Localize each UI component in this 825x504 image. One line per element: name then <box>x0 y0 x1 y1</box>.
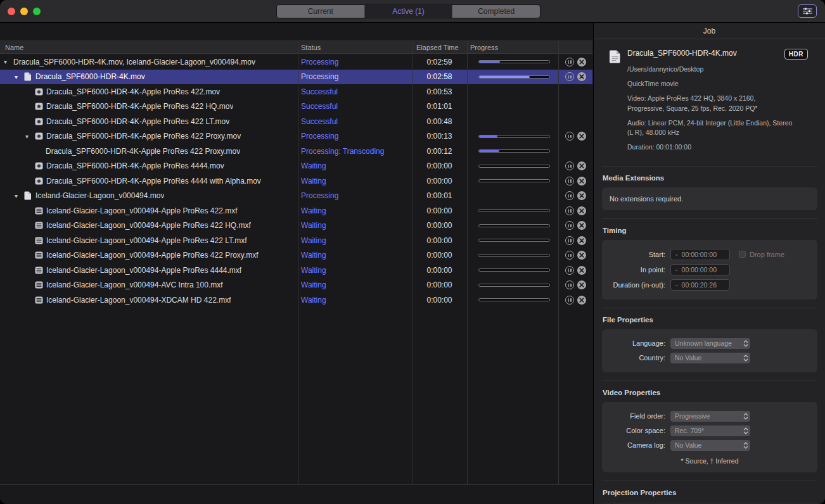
section-header-timing[interactable]: Timing <box>603 227 817 234</box>
table-row[interactable]: ▾Dracula_SPF6000-HDR-4K-Apple ProRes 444… <box>0 159 592 174</box>
table-row[interactable]: ▾Dracula_SPF6000-HDR-4K.mov, Iceland-Gla… <box>0 54 592 70</box>
section-header-file-properties[interactable]: File Properties <box>603 316 817 324</box>
pause-button[interactable] <box>565 72 574 81</box>
table-row[interactable]: ▾Dracula_SPF6000-HDR-4K-Apple ProRes 422… <box>0 99 592 115</box>
disclosure-triangle-icon[interactable]: ▾ <box>25 133 35 140</box>
column-header-progress[interactable]: Progress <box>470 41 498 53</box>
table-row[interactable]: ▾Dracula_SPF6000-HDR-4K-Apple ProRes 422… <box>0 114 592 129</box>
minimize-window-button[interactable] <box>20 8 28 15</box>
pause-button[interactable] <box>565 280 574 289</box>
pause-button[interactable] <box>565 132 574 141</box>
table-row[interactable]: ▾Iceland-Glacier-Lagoon_v000494-Apple Pr… <box>0 218 592 234</box>
pause-button[interactable] <box>565 191 574 200</box>
pause-button[interactable] <box>565 161 574 170</box>
section-header-projection-properties[interactable]: Projection Properties <box>602 482 817 503</box>
popup-value: No Value <box>675 354 701 362</box>
column-header-status[interactable]: Status <box>301 41 321 53</box>
disclosure-triangle-icon[interactable]: ▾ <box>15 73 24 80</box>
pause-button[interactable] <box>565 266 574 275</box>
table-row[interactable]: ▾Dracula_SPF6000-HDR-4K-Apple ProRes 422… <box>0 144 592 159</box>
table-row[interactable]: ▾Iceland-Glacier-Lagoon_v000494-Apple Pr… <box>0 203 592 218</box>
cancel-button[interactable] <box>577 72 586 81</box>
table-row[interactable]: ▾Dracula_SPF6000-HDR-4K-Apple ProRes 444… <box>0 173 592 189</box>
table-row[interactable]: ▾Iceland-Glacier-Lagoon_v000494.movProce… <box>0 189 592 204</box>
table-row[interactable]: ▾Dracula_SPF6000-HDR-4K-Apple ProRes 422… <box>0 84 592 99</box>
country-popup[interactable]: No Value <box>670 353 750 363</box>
tab-current[interactable]: Current <box>277 5 365 18</box>
cancel-button[interactable] <box>577 191 586 200</box>
progress-cell <box>467 233 558 248</box>
name-cell: ▾Dracula_SPF6000-HDR-4K-Apple ProRes 422… <box>0 114 298 129</box>
cancel-button[interactable] <box>577 236 586 245</box>
drop-frame-checkbox[interactable]: Drop frame <box>739 251 784 258</box>
cancel-button[interactable] <box>577 161 586 170</box>
pause-button[interactable] <box>565 177 574 186</box>
start-timecode-field[interactable]: ⌄ 00:00:00:00 <box>670 249 730 260</box>
close-window-button[interactable] <box>8 8 15 15</box>
compressor-window: CurrentActive (1)Completed Name Status E… <box>0 0 825 504</box>
in-point-timecode-field[interactable]: ⌄ 00:00:00:00 <box>670 264 730 275</box>
zoom-window-button[interactable] <box>33 8 41 15</box>
disclosure-triangle-icon[interactable]: ▾ <box>4 58 13 65</box>
cancel-button[interactable] <box>577 280 586 289</box>
pause-button[interactable] <box>565 206 574 215</box>
table-row[interactable]: ▾Iceland-Glacier-Lagoon_v000494-XDCAM HD… <box>0 293 592 308</box>
camera-log-popup[interactable]: No Value <box>670 440 750 451</box>
row-actions <box>558 263 592 278</box>
progress-cell <box>467 84 558 99</box>
inspector-toggle-button[interactable] <box>798 4 817 18</box>
table-row[interactable]: ▾Iceland-Glacier-Lagoon_v000494-Apple Pr… <box>0 233 592 248</box>
section-header-media-extensions[interactable]: Media Extensions <box>603 174 817 182</box>
pause-button[interactable] <box>565 221 574 230</box>
pause-button[interactable] <box>565 296 574 305</box>
language-popup[interactable]: Unknown language <box>670 338 750 349</box>
table-row[interactable]: ▾Dracula_SPF6000-HDR-4K-Apple ProRes 422… <box>0 129 592 144</box>
document-icon <box>24 72 35 81</box>
table-row[interactable]: ▾Dracula_SPF6000-HDR-4K.movProcessing0:0… <box>0 70 592 85</box>
color-space-popup[interactable]: Rec. 709* <box>670 425 750 436</box>
status-label: Processing <box>298 189 412 204</box>
pause-button[interactable] <box>565 58 574 66</box>
camera-log-label: Camera log: <box>610 441 670 449</box>
table-row[interactable]: ▾Iceland-Glacier-Lagoon_v000494-AVC Intr… <box>0 278 592 293</box>
hdr-badge: HDR <box>784 49 808 60</box>
row-name: Iceland-Glacier-Lagoon_v000494-AVC Intra… <box>46 280 223 289</box>
duration-timecode-field[interactable]: ⌄ 00:00:20:26 <box>670 279 730 291</box>
name-cell: ▾Dracula_SPF6000-HDR-4K-Apple ProRes 422… <box>0 144 298 159</box>
tab-completed[interactable]: Completed <box>452 5 540 18</box>
status-label: Waiting <box>298 233 412 248</box>
name-cell: ▾Dracula_SPF6000-HDR-4K-Apple ProRes 444… <box>0 173 298 189</box>
cancel-button[interactable] <box>577 58 586 66</box>
mxf-file-icon <box>35 237 46 244</box>
row-actions <box>558 218 592 234</box>
pause-button[interactable] <box>565 236 574 245</box>
inspector-body: Dracula_SPF6000-HDR-4K.mov HDR /Users/da… <box>594 40 825 504</box>
cancel-button[interactable] <box>577 132 586 141</box>
column-header-name[interactable]: Name <box>5 41 23 53</box>
table-row[interactable]: ▾Iceland-Glacier-Lagoon_v000494-Apple Pr… <box>0 263 592 278</box>
section-divider <box>602 381 817 381</box>
column-header-elapsed[interactable]: Elapsed Time <box>416 41 459 53</box>
cancel-button[interactable] <box>577 206 586 215</box>
section-header-video-properties[interactable]: Video Properties <box>603 389 817 396</box>
cancel-button[interactable] <box>577 296 586 305</box>
cancel-button[interactable] <box>577 266 586 275</box>
pause-button[interactable] <box>565 251 574 260</box>
table-row[interactable]: ▾Iceland-Glacier-Lagoon_v000494-Apple Pr… <box>0 248 592 263</box>
row-actions <box>558 173 592 189</box>
progress-bar <box>478 239 550 242</box>
progress-cell <box>467 144 558 159</box>
row-actions <box>558 293 592 308</box>
field-order-popup[interactable]: Progressive <box>670 411 750 422</box>
row-actions <box>558 203 592 218</box>
cancel-button[interactable] <box>577 177 586 186</box>
mxf-file-icon <box>35 281 46 289</box>
stepper-chevron-icon: ⌄ <box>674 282 679 287</box>
elapsed-time: 0:00:53 <box>412 84 467 99</box>
cancel-button[interactable] <box>577 221 586 230</box>
disclosure-triangle-icon[interactable]: ▾ <box>15 192 24 199</box>
tab-active-1[interactable]: Active (1) <box>365 5 453 18</box>
table-header: Name Status Elapsed Time Progress <box>0 41 592 54</box>
document-icon <box>24 191 35 200</box>
cancel-button[interactable] <box>577 251 586 260</box>
